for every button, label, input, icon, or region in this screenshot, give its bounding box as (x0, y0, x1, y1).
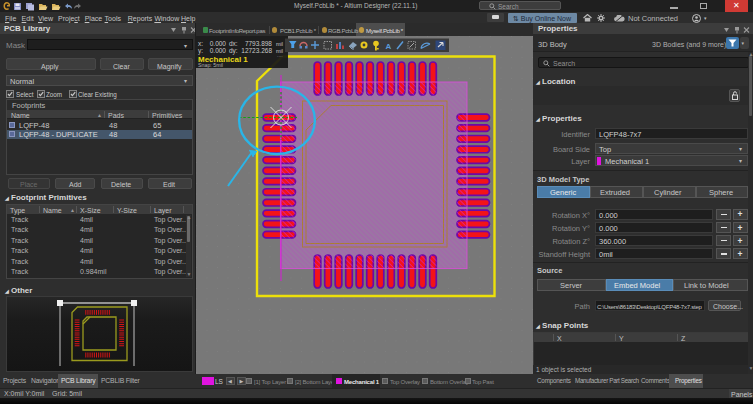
svg-text:0.000: 0.000 (210, 47, 227, 54)
svg-text:y:: y: (198, 47, 203, 55)
svg-text:dy:: dy: (229, 47, 238, 55)
svg-text:dx:: dx: (229, 40, 238, 47)
svg-text:12723.268: 12723.268 (241, 47, 272, 54)
svg-text:....: .... (277, 52, 283, 58)
svg-text:7793.898: 7793.898 (245, 40, 272, 47)
svg-text:x:: x: (198, 40, 203, 47)
svg-text:A: A (386, 42, 392, 51)
svg-text:Snap: 5mil: Snap: 5mil (198, 62, 223, 68)
svg-text:mil: mil (276, 41, 283, 47)
svg-text:0.000: 0.000 (210, 40, 227, 47)
